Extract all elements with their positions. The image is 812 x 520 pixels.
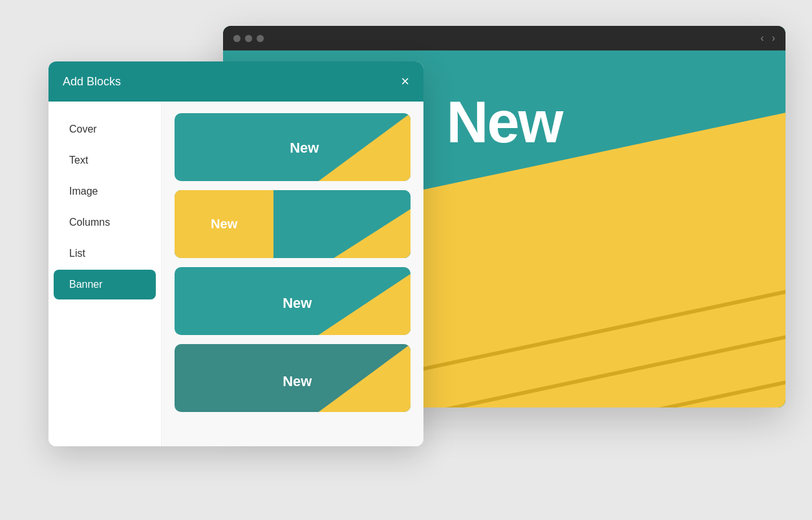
preview-2-label: New bbox=[211, 217, 237, 232]
nav-item-cover[interactable]: Cover bbox=[54, 114, 156, 144]
panel-title: Add Blocks bbox=[63, 75, 121, 89]
preview-2-building bbox=[301, 200, 411, 258]
browser-nav: ‹ › bbox=[760, 32, 775, 44]
nav-item-banner[interactable]: Banner bbox=[54, 270, 156, 299]
preview-2-left: New bbox=[175, 190, 273, 258]
browser-dot-2 bbox=[245, 35, 252, 42]
browser-dots bbox=[233, 35, 264, 42]
block-previews-container: New New New New bbox=[162, 102, 423, 446]
preview-1-building bbox=[257, 113, 411, 181]
add-blocks-panel: Add Blocks × Cover Text Image Columns Li… bbox=[48, 61, 423, 446]
preview-4-label: New bbox=[283, 373, 312, 390]
nav-item-image[interactable]: Image bbox=[54, 177, 156, 206]
nav-item-list[interactable]: List bbox=[54, 239, 156, 268]
block-preview-1[interactable]: New bbox=[175, 113, 411, 181]
panel-header: Add Blocks × bbox=[48, 61, 423, 102]
block-preview-4[interactable]: New bbox=[175, 344, 411, 412]
block-preview-2[interactable]: New bbox=[175, 190, 411, 258]
preview-2-right bbox=[273, 190, 411, 258]
preview-1-label: New bbox=[290, 140, 319, 157]
block-type-nav: Cover Text Image Columns List Banner bbox=[48, 102, 162, 446]
preview-4-building bbox=[257, 344, 411, 412]
browser-titlebar: ‹ › bbox=[223, 26, 785, 50]
browser-dot-1 bbox=[233, 35, 240, 42]
panel-body: Cover Text Image Columns List Banner New… bbox=[48, 102, 423, 446]
nav-forward-arrow[interactable]: › bbox=[772, 32, 775, 44]
nav-item-text[interactable]: Text bbox=[54, 146, 156, 175]
preview-3-label: New bbox=[283, 295, 312, 312]
close-button[interactable]: × bbox=[401, 74, 409, 89]
nav-back-arrow[interactable]: ‹ bbox=[760, 32, 764, 44]
hero-new-text: New bbox=[446, 89, 562, 156]
browser-dot-3 bbox=[257, 35, 264, 42]
nav-item-columns[interactable]: Columns bbox=[54, 208, 156, 237]
block-preview-3[interactable]: New bbox=[175, 267, 411, 335]
